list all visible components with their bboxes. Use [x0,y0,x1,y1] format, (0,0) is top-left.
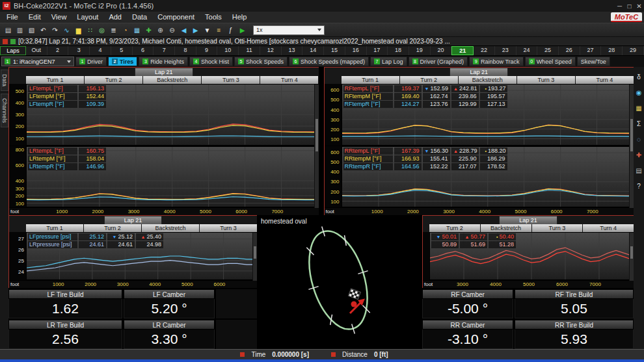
scrollbar-thumb[interactable] [315,119,318,151]
turn-tab[interactable]: Turn 2 [84,224,141,232]
lap-cell-28[interactable]: 28 [601,46,623,55]
lap-cell-2[interactable]: 2 [47,46,69,55]
lap-cell-9[interactable]: 9 [196,46,218,55]
worksheet-tab-rainbow-track[interactable]: 9Rainbow Track [469,57,524,66]
lap-cell-3[interactable]: 3 [68,46,90,55]
channel-name[interactable]: RRtempM [°F] [343,155,393,162]
lap-cell-16[interactable]: 16 [345,46,367,55]
turn-tab[interactable]: Turn 3 [202,76,260,84]
turn-tab[interactable]: Turn 2 [429,224,480,232]
lap-cell-23[interactable]: 23 [495,46,517,55]
turn-tab[interactable]: Turn 3 [200,224,257,232]
chart-plot-lr-temps[interactable]: LRtempL [°F]160.75LRtempM [°F]158.04LRte… [26,146,319,208]
turn-tab[interactable]: Backstretch [459,76,517,84]
workbook-select[interactable]: 1 1: iRacingGEN7 [1,57,74,66]
menu-component[interactable]: Component [152,12,200,23]
chart-plot-rf-rr-pressure[interactable]: ▼50.01▲50.77▪50.4050.8951.6951.28 [429,232,634,280]
menu-add[interactable]: Add [103,12,127,23]
lap-tab[interactable]: Lap 21 [135,68,193,76]
track-map[interactable] [257,215,422,349]
worksheet-tab-shock-speeds[interactable]: 5Shock Speeds [234,57,288,66]
worksheet-tab-ride-heights[interactable]: 3Ride Heights [139,57,188,66]
tab-data[interactable]: Data [1,70,8,91]
zoom-window-icon[interactable]: ◉ [634,88,644,97]
turn-tab[interactable]: Turn 3 [532,224,583,232]
channel-name[interactable]: LRtempM [°F] [28,155,77,162]
undo-icon[interactable]: ↶ [38,25,48,35]
channel-name[interactable]: LRpressure [psi] [28,241,77,248]
channel-name[interactable]: RFtempM [°F] [343,93,393,100]
worksheet-tab-wheel-speed[interactable]: 0Wheel Speed [525,57,576,66]
channel-name[interactable]: LRtempL [°F] [28,148,77,155]
turn-tab[interactable]: Turn 4 [260,76,318,84]
lap-cell-20[interactable]: 20 [431,46,452,55]
lap-tab[interactable]: Lap 21 [499,216,557,224]
lap-cell-8[interactable]: 8 [175,46,196,55]
add-component-icon[interactable]: ✚ [144,25,154,35]
lap-cell-14[interactable]: 14 [302,46,324,55]
export-icon[interactable]: ▧ [27,25,36,35]
lap-tab[interactable]: Lap 21 [449,68,508,76]
lap-cell-6[interactable]: 6 [133,46,154,55]
cursor-left-icon[interactable]: ◀ [179,25,189,35]
turn-tab[interactable]: Turn 1 [342,76,399,84]
channel-name[interactable]: RRtempL [°F] [343,148,393,155]
lap-cell-25[interactable]: 25 [537,46,559,55]
menu-file[interactable]: File [1,12,23,23]
turn-tab[interactable]: Turn 2 [85,76,142,84]
scrollbar[interactable] [629,84,634,208]
chart-plot-rr-temps[interactable]: RRtempL [°F]167.39▼156.30▲228.79▪188.20R… [342,146,634,208]
worksheet-tab-lap-log[interactable]: 7Lap Log [370,57,407,66]
close-button[interactable]: ✕ [634,1,644,11]
menu-layout[interactable]: Layout [72,12,103,23]
lap-cell-Out[interactable]: Out [26,46,47,55]
channel-name[interactable]: LFpressure [psi] [28,233,77,240]
chart-plot-lf-lr-pressure[interactable]: LFpressure [psi]25.12▼25.12▲25.40LRpress… [26,232,257,280]
time-compression-select[interactable]: 1x [253,25,325,35]
scrollbar-thumb[interactable] [630,246,633,259]
histogram-icon[interactable]: ▆ [74,25,83,35]
lap-cell-11[interactable]: 11 [239,46,260,55]
worksheet-tab-tires[interactable]: 2Tires [108,57,137,66]
menu-data[interactable]: Data [127,12,152,23]
turn-tab[interactable]: Backstretch [481,224,531,232]
zoom-out-icon[interactable]: ⊖ [167,25,177,35]
turn-tab[interactable]: Turn 4 [576,76,634,84]
chart-plot-rf-temps[interactable]: RFtempL [°F]159.37▼152.59▲242.81▪193.27R… [342,84,634,146]
maximize-button[interactable]: □ [624,1,634,11]
redo-icon[interactable]: ↷ [50,25,60,35]
values-icon[interactable]: ≣ [109,25,118,35]
turn-tab[interactable]: Backstretch [143,76,201,84]
channel-name[interactable]: RRtempR [°F] [343,163,393,170]
track-report-icon[interactable]: ◎ [97,25,107,35]
lap-tab[interactable]: Lap 21 [104,216,163,224]
maths-icon[interactable]: ƒ [226,25,235,35]
worksheet-tab-driver-graphed-[interactable]: 8Driver (Graphed) [409,57,468,66]
lap-cell-29[interactable]: 29 [623,46,644,55]
scatter-icon[interactable]: ∷ [85,25,95,35]
turn-tab[interactable]: Backstretch [142,224,199,232]
lap-cell-22[interactable]: 22 [474,46,495,55]
laps-tab[interactable]: Laps [0,46,26,55]
menu-view[interactable]: View [46,12,72,23]
help-icon[interactable]: ? [634,181,644,191]
scrollbar[interactable] [314,84,319,208]
lap-cell-5[interactable]: 5 [111,46,133,55]
copy-icon[interactable]: ▥ [15,25,25,35]
chart-plot-lf-temps[interactable]: LFtempL [°F]156.13LFtempM [°F]152.44LFte… [26,84,319,146]
datatable-icon[interactable]: ▦ [634,103,644,113]
tab-channels[interactable]: Channels [1,94,8,127]
worksheet-tab-driver[interactable]: 1Driver [75,57,107,66]
lap-cell-13[interactable]: 13 [282,46,303,55]
turn-tab[interactable]: Turn 4 [583,224,634,232]
lap-cell-18[interactable]: 18 [388,46,409,55]
filter-icon[interactable]: ▼ [202,25,212,35]
scrollbar[interactable] [252,233,257,281]
minimize-button[interactable]: ─ [615,1,624,11]
lap-cell-15[interactable]: 15 [324,46,345,55]
lap-cell-27[interactable]: 27 [580,46,602,55]
lap-cell-21[interactable]: 21 [451,46,474,55]
cursor-right-icon[interactable]: ▶ [191,25,200,35]
time-distance-icon[interactable]: ∿ [62,25,72,35]
turn-tab[interactable]: Turn 1 [26,224,83,232]
